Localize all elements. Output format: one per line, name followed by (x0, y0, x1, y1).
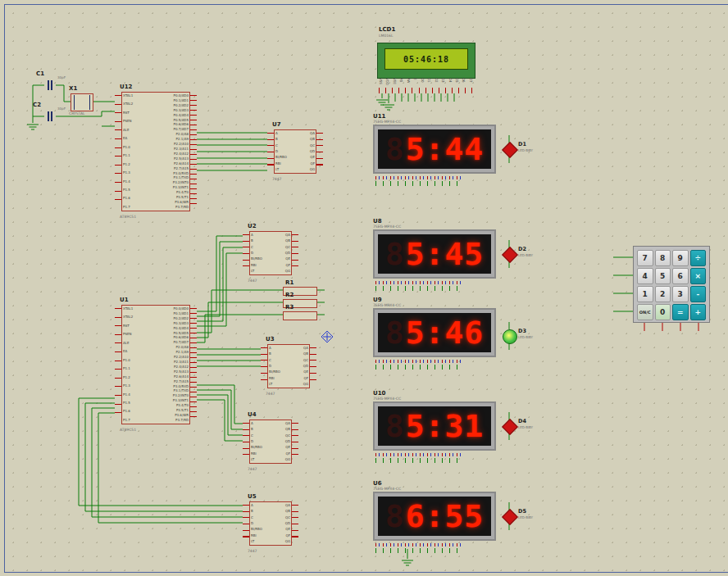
decoder-u2[interactable]: U2 ABCDBI/RBORBILT QAQBQCQDQEQFQG 7447 (243, 231, 298, 275)
pin-stubs-left (243, 234, 249, 272)
key-6[interactable]: 6 (672, 268, 689, 284)
sevenseg-u9[interactable]: U9 7SEG-MPX4-CC 8 5:46 (373, 308, 496, 357)
display-ref: U11 (373, 113, 385, 120)
decoder-part: 7447 (272, 177, 281, 181)
display-digits: 5:44 (406, 131, 485, 167)
key-1[interactable]: 1 (637, 286, 653, 302)
decoder-ref: U4 (248, 411, 257, 418)
resistor-r3[interactable] (283, 311, 317, 320)
key-3[interactable]: 3 (672, 286, 689, 302)
key-equals[interactable]: = (672, 304, 689, 320)
display-pin-stubs (375, 365, 461, 370)
decoder-ref: U2 (248, 223, 257, 229)
cap-c1-value: 30pF (57, 75, 66, 79)
lcd-time-text: 05:46:18 (403, 55, 449, 64)
crystal-x1[interactable] (71, 93, 93, 111)
decoder-body (267, 344, 310, 388)
display-screen: 8 5:31 (378, 406, 491, 446)
wires-layer (0, 0, 728, 576)
decoder-body (249, 420, 292, 464)
key-multiply[interactable]: × (690, 268, 707, 284)
led-d4[interactable] (502, 419, 518, 435)
key-5[interactable]: 5 (655, 268, 671, 284)
display-screen: 8 5:45 (378, 234, 491, 274)
decoder-u4[interactable]: U4 ABCDBI/RBORBILT QAQBQCQDQEQFQG 7447 (243, 420, 298, 464)
crystal-part: CRYSTAL (69, 111, 85, 116)
display-frame: 8 5:45 (373, 229, 496, 279)
led-d1-ref: D1 (518, 141, 526, 147)
pin-stubs-right (190, 95, 197, 208)
display-part: 7SEG-MPX4-CC (373, 487, 401, 491)
display-screen: 8 5:46 (378, 313, 491, 352)
pin-stubs-right (292, 423, 298, 460)
key-4[interactable]: 4 (637, 268, 653, 284)
pin-stubs-right (190, 308, 197, 421)
mcu-body (121, 305, 190, 424)
schematic-canvas: LCD1 LM016L 05:46:18 VSSVDDVEERSRWED0D1D… (0, 0, 728, 576)
resistor-r1-ref: R1 (285, 279, 293, 286)
origin-marker (321, 331, 333, 342)
mcu-body (121, 92, 190, 211)
decoder-ref: U5 (248, 493, 257, 500)
led-d3[interactable] (503, 329, 517, 344)
ghost-digit: 8 (385, 315, 404, 351)
mcu-u1-part: AT89C51 (120, 428, 136, 432)
display-frame: 8 5:31 (373, 401, 496, 451)
key-on-c[interactable]: ON/C (637, 304, 653, 320)
crystal-ref: X1 (69, 85, 77, 92)
lcd-screen: 05:46:18 (384, 48, 468, 70)
sevenseg-u10[interactable]: U10 7SEG-MPX4-CC 8 5:31 (373, 401, 496, 451)
display-ref: U9 (373, 297, 382, 303)
decoder-u3[interactable]: U3 ABCDBI/RBORBILT QAQBQCQDQEQFQG 7447 (261, 344, 316, 388)
mcu-u1-ref: U1 (120, 297, 129, 303)
pin-stubs-right (292, 505, 298, 542)
led-d3-ref: D3 (518, 328, 526, 334)
key-2[interactable]: 2 (655, 286, 671, 302)
key-0[interactable]: 0 (655, 304, 671, 320)
decoder-ref: U3 (266, 336, 275, 342)
key-7[interactable]: 7 (637, 250, 653, 266)
display-part: 7SEG-MPX4-CC (373, 225, 401, 229)
key-8[interactable]: 8 (655, 250, 671, 266)
cap-c1-ref: C1 (36, 70, 44, 77)
lcd-ref: LCD1 (379, 26, 395, 33)
display-part: 7SEG-MPX4-CC (373, 303, 401, 307)
key-9[interactable]: 9 (672, 250, 689, 266)
sevenseg-u8[interactable]: U8 7SEG-MPX4-CC 8 5:45 (373, 229, 496, 279)
display-frame: 8 5:46 (373, 308, 496, 357)
decoder-ref: U7 (272, 121, 281, 128)
lcd-pin-stubs (379, 88, 472, 93)
led-d2[interactable] (502, 247, 518, 263)
decoder-u5[interactable]: U5 ABCDBI/RBORBILT QAQBQCQDQEQFQG 7447 (243, 501, 298, 546)
display-frame: 8 5:44 (373, 125, 496, 174)
pin-stubs-right (316, 133, 323, 170)
mcu-u12-part: AT89C51 (120, 215, 136, 219)
capacitor-c1[interactable] (43, 79, 56, 92)
cap-c2-value: 30pF (57, 107, 66, 111)
key-minus[interactable]: - (690, 286, 707, 302)
display-pin-annotations (375, 543, 461, 547)
calculator-keypad[interactable]: 7 8 9 ÷ 4 5 6 × 1 2 3 - ON/C 0 = + (633, 246, 710, 323)
sevenseg-u11[interactable]: U11 7SEG-MPX4-CC 8 5:44 (373, 125, 496, 174)
key-plus[interactable]: + (690, 304, 707, 320)
capacitor-c2[interactable] (43, 110, 56, 123)
display-ref: U6 (373, 480, 382, 487)
lcd-display[interactable]: 05:46:18 (377, 43, 475, 79)
key-divide[interactable]: ÷ (690, 250, 707, 266)
display-digits: 6:55 (406, 498, 485, 534)
decoder-u7[interactable]: U7 ABCDBI/RBORBILT QAQBQCQDQEQFQG 7447 (267, 129, 323, 174)
keypad-pin-stubs (644, 323, 698, 331)
pin-stubs-left (115, 308, 121, 421)
display-screen: 8 6:55 (378, 497, 491, 536)
led-d5[interactable] (502, 509, 518, 525)
pin-stubs-right (310, 347, 316, 385)
sevenseg-u6[interactable]: U6 7SEG-MPX4-CC 8 6:55 (373, 492, 496, 541)
mcu-u1[interactable]: U1 XTAL1XTAL2RSTPSENALEEAP1.0P1.1P1.2P1.… (115, 305, 197, 424)
decoder-part: 7447 (266, 392, 275, 396)
led-d1[interactable] (502, 142, 518, 158)
decoder-part: 7447 (248, 467, 257, 471)
mcu-u12[interactable]: U12 XTAL1XTAL2RSTPSENALEEAP1.0P1.1P1.2P1… (115, 92, 197, 211)
decoder-body (274, 129, 316, 174)
display-pin-stubs (375, 286, 461, 291)
led-d4-part: LED-BIBY (518, 425, 533, 429)
